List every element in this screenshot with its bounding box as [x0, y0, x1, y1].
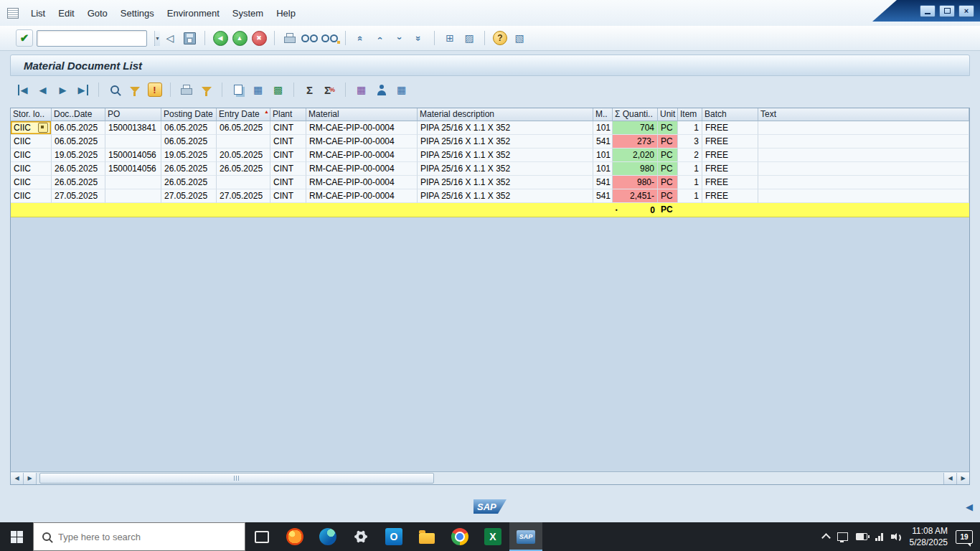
cell-stor_loc[interactable]: CIIC — [11, 121, 52, 135]
cell-stor_loc[interactable]: CIIC — [11, 135, 52, 149]
cell-posting_date[interactable]: 06.05.2025 — [161, 135, 217, 149]
cell-material_description[interactable]: PIPA 25/16 X 1.1 X 352 — [418, 162, 593, 176]
menu-item-environment[interactable]: Environment — [161, 6, 226, 21]
cell-plant[interactable]: CINT — [270, 189, 306, 203]
cell-doc_date[interactable]: 27.05.2025 — [52, 189, 105, 203]
speaker-icon[interactable] — [891, 532, 902, 541]
scroll-left-button[interactable]: ◀ — [11, 473, 24, 484]
cell-doc_date[interactable]: 06.05.2025 — [52, 135, 105, 149]
last-page-button[interactable]: » — [411, 30, 427, 46]
column-header-text[interactable]: Text — [758, 108, 969, 121]
scroll-right-button[interactable]: ▶ — [24, 473, 37, 484]
start-button[interactable] — [0, 522, 33, 551]
cell-mvt[interactable]: 101 — [593, 121, 613, 135]
cell-stor_loc[interactable]: CIIC — [11, 149, 52, 162]
cell-material[interactable]: RM-CAE-PIP-00-0004 — [306, 149, 418, 162]
cell-batch[interactable]: FREE — [702, 149, 758, 162]
cancel-button[interactable]: ✖ — [251, 30, 267, 46]
new-session-button[interactable]: ⊞ — [442, 30, 458, 46]
taskbar-app-firefox[interactable] — [278, 522, 311, 551]
cell-unit[interactable]: PC — [658, 189, 678, 203]
cell-material[interactable]: RM-CAE-PIP-00-0004 — [306, 162, 418, 176]
details-button[interactable] — [106, 82, 123, 98]
cell-posting_date[interactable]: 26.05.2025 — [161, 176, 217, 189]
print-list-button[interactable] — [178, 82, 194, 98]
user-settings-button[interactable] — [373, 82, 390, 98]
menu-item-settings[interactable]: Settings — [114, 6, 161, 21]
cell-entry_date[interactable]: 27.05.2025 — [217, 189, 270, 203]
cell-posting_date[interactable]: 26.05.2025 — [161, 162, 217, 176]
cell-material_description[interactable]: PIPA 25/16 X 1.1 X 352 — [418, 149, 593, 162]
print-button[interactable] — [282, 30, 298, 46]
cell-po[interactable] — [105, 176, 161, 189]
cell-plant[interactable]: CINT — [270, 176, 306, 189]
cell-entry_date[interactable]: 06.05.2025 — [217, 121, 270, 135]
cell-plant[interactable]: CINT — [270, 162, 306, 176]
cell-text[interactable] — [758, 189, 969, 203]
column-header-mvt[interactable]: M.. — [593, 108, 613, 121]
cell-stor_loc[interactable]: CIIC — [11, 176, 52, 189]
nav-next-button[interactable]: ▶ — [55, 82, 71, 98]
taskbar-app-edge[interactable] — [311, 522, 344, 551]
cell-plant[interactable]: CINT — [270, 149, 306, 162]
cell-quantity[interactable]: 2,451- — [613, 189, 658, 203]
cell-item[interactable]: 1 — [678, 121, 702, 135]
cell-mvt[interactable]: 541 — [593, 176, 613, 189]
cell-entry_date[interactable] — [217, 176, 270, 189]
menu-item-system[interactable]: System — [226, 6, 270, 21]
scroll-right-button-right[interactable]: ▶ — [956, 473, 969, 484]
cell-batch[interactable]: FREE — [702, 121, 758, 135]
cell-material_description[interactable]: PIPA 25/16 X 1.1 X 352 — [418, 176, 593, 189]
nav-prev-button[interactable]: ◀ — [34, 82, 51, 98]
cell-item[interactable]: 2 — [678, 149, 702, 162]
cell-batch[interactable]: FREE — [702, 162, 758, 176]
cell-posting_date[interactable]: 06.05.2025 — [161, 121, 217, 135]
column-header-plant[interactable]: Plant — [270, 108, 306, 121]
cell-item[interactable]: 3 — [678, 135, 702, 149]
system-menu-icon[interactable] — [7, 8, 19, 19]
column-header-doc_date[interactable]: Doc..Date — [52, 108, 105, 121]
cell-quantity[interactable]: 2,020 — [613, 149, 658, 162]
cell-doc_date[interactable]: 19.05.2025 — [52, 149, 105, 162]
cell-unit[interactable]: PC — [658, 135, 678, 149]
enter-button[interactable]: ✔ — [16, 29, 33, 47]
cell-batch[interactable]: FREE — [702, 189, 758, 203]
command-dropdown-button[interactable]: ▼ — [154, 31, 160, 46]
first-page-button[interactable]: « — [353, 30, 369, 46]
chevron-up-icon[interactable] — [821, 533, 831, 542]
table-view-button[interactable]: ▦ — [250, 82, 266, 98]
cell-material[interactable]: RM-CAE-PIP-00-0004 — [306, 135, 418, 149]
command-input[interactable] — [37, 32, 154, 44]
sort-filter-button[interactable] — [198, 82, 215, 98]
cell-mvt[interactable]: 541 — [593, 189, 613, 203]
help-button[interactable]: ? — [492, 30, 508, 46]
find-button[interactable] — [301, 30, 318, 46]
cell-text[interactable] — [758, 135, 969, 149]
cell-item[interactable]: 1 — [678, 176, 702, 189]
taskbar-clock[interactable]: 11:08 AM 5/28/2025 — [910, 525, 948, 548]
save-button[interactable] — [182, 30, 197, 46]
network-icon[interactable] — [875, 533, 883, 541]
warning-button[interactable]: ! — [146, 82, 163, 98]
export-button[interactable] — [230, 82, 246, 98]
back-button[interactable]: ◁ — [162, 30, 178, 46]
cell-item[interactable]: 1 — [678, 162, 702, 176]
previous-page-button[interactable]: ‹ — [372, 30, 388, 46]
total-button[interactable]: Σ — [301, 82, 318, 98]
column-header-material[interactable]: Material — [306, 108, 418, 121]
column-header-item[interactable]: Item — [678, 108, 702, 121]
nav-back-button[interactable]: ◀ — [212, 30, 228, 46]
cell-mvt[interactable]: 101 — [593, 162, 613, 176]
subtotal-button[interactable]: Σ% — [321, 82, 338, 98]
cell-material_description[interactable]: PIPA 25/16 X 1.1 X 352 — [418, 135, 593, 149]
cell-posting_date[interactable]: 27.05.2025 — [161, 189, 217, 203]
column-header-po[interactable]: PO — [105, 108, 161, 121]
column-header-quantity[interactable]: Σ Quanti.. — [613, 108, 658, 121]
cell-doc_date[interactable]: 06.05.2025 — [52, 121, 105, 135]
cell-material[interactable]: RM-CAE-PIP-00-0004 — [306, 121, 418, 135]
cell-po[interactable] — [105, 189, 161, 203]
column-header-batch[interactable]: Batch — [702, 108, 758, 121]
cell-po[interactable]: 1500013841 — [105, 121, 161, 135]
taskbar-search[interactable] — [33, 522, 245, 551]
cell-po[interactable]: 1500014056 — [105, 162, 161, 176]
